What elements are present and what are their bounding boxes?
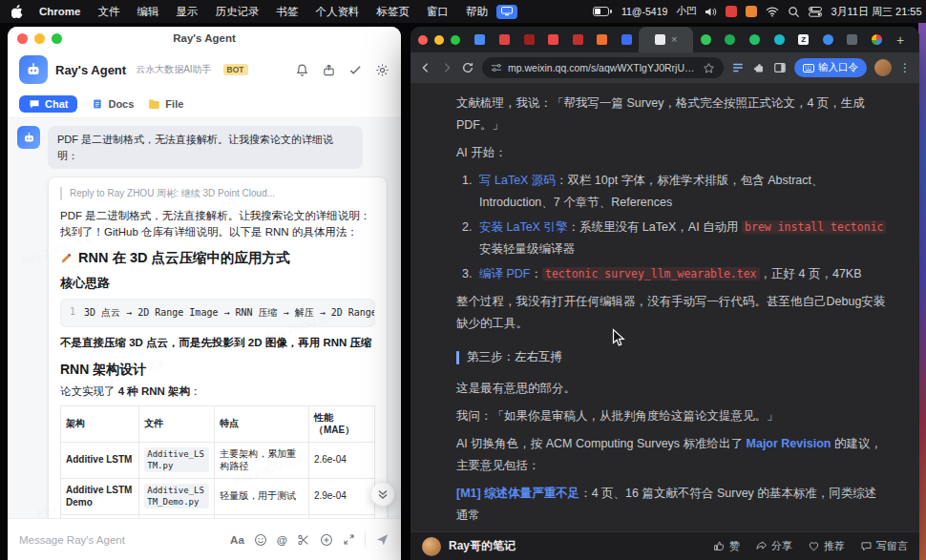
browser-tab[interactable]	[590, 27, 615, 52]
zoom-button[interactable]	[451, 35, 460, 45]
share-icon[interactable]	[322, 63, 336, 77]
zoom-button[interactable]	[52, 33, 62, 44]
forward-icon[interactable]	[440, 61, 453, 74]
minimize-button[interactable]	[434, 35, 444, 45]
menu-clock[interactable]: 3月11日 周三 21:55	[831, 5, 921, 19]
inline-code: brew install tectonic	[742, 220, 886, 234]
menu-item-history[interactable]: 历史记录	[206, 5, 267, 19]
menu-item-edit[interactable]: 编辑	[128, 5, 167, 19]
extensions-puzzle-icon[interactable]	[752, 61, 766, 74]
search-icon[interactable]	[788, 6, 800, 18]
share-button[interactable]: 分享	[755, 539, 792, 553]
wallpaper-edge	[918, 0, 926, 560]
battery-icon[interactable]	[593, 7, 613, 16]
close-button[interactable]	[418, 35, 428, 45]
text-format-icon[interactable]: Aa	[230, 534, 244, 546]
list-item-label: 编译 PDF	[479, 267, 530, 280]
reply-quote[interactable]: Reply to Ray ZHOU 周彬: 继续 3D Point Cloud.…	[60, 187, 375, 200]
tab-chat[interactable]: Chat	[19, 95, 77, 113]
side-panel-icon[interactable]	[773, 61, 787, 74]
browser-tab[interactable]	[516, 27, 541, 52]
account-name[interactable]: Ray哥的笔记	[449, 538, 516, 554]
tasks-check-icon[interactable]	[348, 63, 363, 77]
col-header: 架构	[61, 405, 139, 442]
menu-app-icon-orange[interactable]	[746, 6, 757, 17]
like-label: 赞	[729, 539, 740, 553]
reload-icon[interactable]	[461, 61, 474, 74]
browser-tab[interactable]	[468, 27, 493, 52]
tab-favicon	[701, 34, 711, 45]
tab-favicon	[872, 34, 882, 45]
tab-favicon	[474, 34, 485, 45]
profile-avatar[interactable]	[874, 59, 892, 76]
browser-menu-icon[interactable]: ⋮	[899, 61, 911, 74]
emoji-icon[interactable]	[254, 533, 267, 547]
browser-tab[interactable]	[743, 27, 768, 52]
article-list: 1.写 LaTeX 源码：双栏 10pt 字体，标准学术排版，包含 Abstra…	[456, 170, 887, 285]
chat-area[interactable]: Ray ZHOU 周彬 Ray ZHOU 周彬 Ray ZHOU 周彬 Ray …	[8, 118, 401, 518]
menu-item-file[interactable]: 文件	[89, 5, 128, 19]
volume-icon[interactable]	[705, 7, 717, 17]
notification-icon[interactable]	[295, 63, 309, 77]
browser-tab[interactable]	[767, 27, 791, 52]
browser-tab[interactable]	[718, 27, 743, 52]
code-block: 1 3D 点云 → 2D Range Image → RNN 压缩 → 解压 →…	[60, 299, 375, 327]
browser-tab[interactable]: Z	[791, 27, 816, 52]
list-item-text: ，正好 4 页，47KB	[760, 267, 862, 280]
browser-tab-active[interactable]: ×	[639, 27, 693, 52]
bookmark-star-icon[interactable]	[703, 62, 715, 74]
menu-item-bookmarks[interactable]: 书签	[267, 5, 306, 19]
reading-list-icon[interactable]	[731, 61, 745, 74]
add-attachment-icon[interactable]	[320, 533, 333, 547]
minimize-button[interactable]	[34, 33, 45, 44]
menu-item-help[interactable]: 帮助	[457, 5, 496, 19]
browser-tab[interactable]	[615, 27, 640, 52]
screen-sharing-indicator[interactable]	[496, 5, 517, 19]
browser-tab[interactable]	[865, 27, 890, 52]
tab-favicon	[548, 34, 558, 45]
url-text[interactable]: mp.weixin.qq.com/s/aqwWXTlgYJ0RrjUGPBp..…	[508, 62, 697, 73]
browser-tab[interactable]	[565, 27, 590, 52]
wifi-icon[interactable]	[766, 7, 779, 17]
menu-item-view[interactable]: 显示	[167, 5, 206, 19]
cell-arch: Additive LSTM Demo	[61, 478, 139, 514]
back-icon[interactable]	[419, 61, 432, 74]
browser-tab[interactable]	[840, 27, 865, 52]
close-button[interactable]	[17, 33, 28, 44]
expand-icon[interactable]	[343, 533, 355, 546]
scissors-icon[interactable]	[297, 533, 310, 547]
control-center-icon[interactable]	[809, 7, 822, 17]
send-icon[interactable]	[375, 532, 389, 547]
table-header-row: 架构 文件 特点 性能（MAE）	[61, 405, 375, 442]
account-avatar[interactable]	[422, 537, 441, 556]
menu-item-profiles[interactable]: 个人资料	[306, 5, 368, 19]
menu-app-icon-red[interactable]	[726, 6, 737, 17]
message-input[interactable]	[19, 534, 221, 546]
like-button[interactable]: 赞	[713, 539, 740, 553]
browser-tab[interactable]	[541, 27, 566, 52]
settings-gear-icon[interactable]	[375, 63, 389, 77]
address-bar[interactable]: mp.weixin.qq.com/s/aqwWXTlgYJ0RrjUGPBp..…	[482, 57, 724, 78]
mention-icon[interactable]: @	[277, 534, 287, 546]
menu-item-window[interactable]: 窗口	[418, 5, 457, 19]
browser-tab[interactable]	[493, 27, 517, 52]
browser-tab[interactable]	[815, 27, 840, 52]
tab-docs[interactable]: Docs	[92, 98, 134, 110]
article-list-item: 3.编译 PDF：tectonic survey_llm_wearable.te…	[456, 263, 887, 285]
scroll-to-bottom-button[interactable]	[370, 482, 395, 507]
new-tab-button[interactable]: +	[889, 29, 912, 52]
apple-menu[interactable]	[10, 5, 31, 18]
ime-indicator[interactable]: 小凹	[676, 5, 696, 18]
tab-close-icon[interactable]: ×	[671, 34, 677, 45]
site-settings-icon[interactable]	[491, 62, 502, 73]
tab-file[interactable]: File	[148, 98, 183, 110]
article-content[interactable]: 文献梳理，我说：「帮我写一篇 Survey，格式完全按照正式论文，4 页，生成 …	[410, 83, 919, 531]
recommend-button[interactable]: 推荐	[808, 539, 845, 553]
browser-tab[interactable]	[693, 27, 718, 52]
comment-button[interactable]: 写留言	[860, 539, 908, 553]
agent-tab-bar: Chat Docs File	[8, 90, 401, 118]
bot-message-row: PDF 是二进制格式，无法直接解析。让我搜索论文的详细说明：	[17, 126, 391, 169]
menu-item-tabs[interactable]: 标签页	[368, 5, 418, 19]
menu-item-chrome[interactable]: Chrome	[31, 6, 89, 17]
passcode-button[interactable]: 输入口令	[794, 58, 867, 77]
